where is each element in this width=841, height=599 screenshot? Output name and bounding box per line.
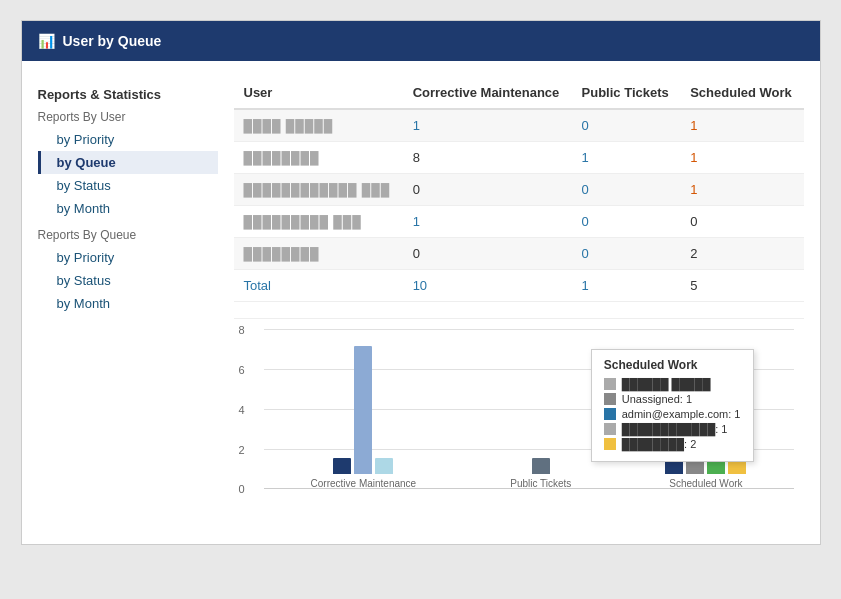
cell-cm: 1 [403,109,572,142]
cell-sw: 2 [680,238,803,270]
bar-group-cm: Corrective Maintenance [311,346,417,489]
tooltip-label-4: ████████████: 1 [622,423,728,435]
sidebar-item-by-priority-queue[interactable]: by Priority [38,246,218,269]
bar-pt-1 [532,458,550,474]
chart-tooltip: Scheduled Work ██████ █████ Unassigned: … [591,349,754,462]
cell-sw: 0 [680,206,803,238]
sidebar-item-by-queue-user[interactable]: by Queue [38,151,218,174]
sidebar-item-by-priority-user[interactable]: by Priority [38,128,218,151]
bar-group-pt: Public Tickets [510,458,571,489]
cell-sw: 1 [680,109,803,142]
chart-icon: 📊 [38,33,55,49]
tooltip-title: Scheduled Work [604,358,741,372]
sidebar: Reports & Statistics Reports By User by … [38,77,218,528]
chart-area: 8 6 4 2 0 [264,329,794,489]
tooltip-label-5: ████████: 2 [622,438,697,450]
page-header: 📊 User by Queue [22,21,820,61]
cell-pt: 0 [572,206,681,238]
cell-user: ████████████ ███ [234,174,403,206]
total-sw: 5 [680,270,803,302]
tooltip-label-1: ██████ █████ [622,378,711,390]
tooltip-color-1 [604,378,616,390]
tooltip-item-1: ██████ █████ [604,378,741,390]
sidebar-section-title: Reports & Statistics [38,87,218,102]
sidebar-group-reports-by-user: Reports By User [38,110,218,124]
total-pt: 1 [572,270,681,302]
table-row: ████████████ ███001 [234,174,804,206]
total-label: Total [234,270,403,302]
col-cm: Corrective Maintenance [403,77,572,109]
tooltip-item-4: ████████████: 1 [604,423,741,435]
table-row: █████████ ███100 [234,206,804,238]
col-sw: Scheduled Work [680,77,803,109]
sidebar-item-by-month-user[interactable]: by Month [38,197,218,220]
bar-cm-2 [354,346,372,474]
tooltip-color-2 [604,393,616,405]
bar-cm-1 [333,458,351,474]
sidebar-group-reports-by-queue: Reports By Queue [38,228,218,242]
cell-user: ████████ [234,238,403,270]
cell-user: ████████ [234,142,403,174]
cell-pt: 0 [572,238,681,270]
cell-cm: 8 [403,142,572,174]
cell-cm: 1 [403,206,572,238]
main-content: User Corrective Maintenance Public Ticke… [234,77,804,528]
tooltip-item-5: ████████: 2 [604,438,741,450]
content-area: Reports & Statistics Reports By User by … [22,61,820,544]
bar-label-pt: Public Tickets [510,478,571,489]
page-title: User by Queue [63,33,162,49]
cell-sw: 1 [680,174,803,206]
sidebar-item-by-status-user[interactable]: by Status [38,174,218,197]
tooltip-item-3: admin@example.com: 1 [604,408,741,420]
tooltip-label-2: Unassigned: 1 [622,393,692,405]
bar-cm-3 [375,458,393,474]
cell-pt: 1 [572,142,681,174]
bar-label-sw: Scheduled Work [669,478,742,489]
data-table: User Corrective Maintenance Public Ticke… [234,77,804,302]
cell-pt: 0 [572,174,681,206]
col-pt: Public Tickets [572,77,681,109]
cell-sw: 1 [680,142,803,174]
tooltip-color-5 [604,438,616,450]
cell-pt: 0 [572,109,681,142]
tooltip-label-3: admin@example.com: 1 [622,408,741,420]
chart-container: 8 6 4 2 0 [234,318,804,528]
cell-cm: 0 [403,174,572,206]
tooltip-color-3 [604,408,616,420]
cell-user: ████ █████ [234,109,403,142]
tooltip-color-4 [604,423,616,435]
cell-cm: 0 [403,238,572,270]
bar-group-cm-bars [333,346,393,474]
tooltip-item-2: Unassigned: 1 [604,393,741,405]
sidebar-item-by-status-queue[interactable]: by Status [38,269,218,292]
table-row: ████ █████101 [234,109,804,142]
col-user: User [234,77,403,109]
total-cm: 10 [403,270,572,302]
table-row: ████████002 [234,238,804,270]
main-container: 📊 User by Queue Reports & Statistics Rep… [21,20,821,545]
table-total-row: Total 10 1 5 [234,270,804,302]
table-row: ████████811 [234,142,804,174]
sidebar-item-by-month-queue[interactable]: by Month [38,292,218,315]
bar-label-cm: Corrective Maintenance [311,478,417,489]
cell-user: █████████ ███ [234,206,403,238]
bar-group-pt-bars [532,458,550,474]
